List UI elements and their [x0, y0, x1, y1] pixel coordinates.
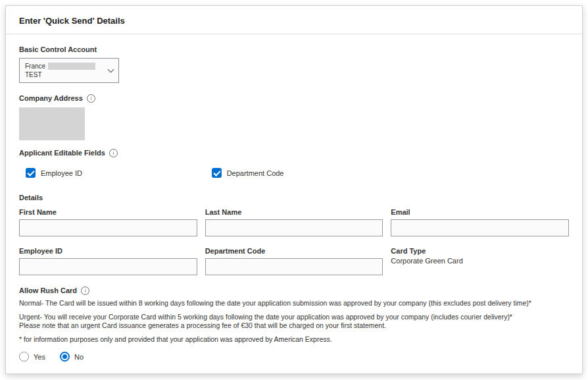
- email-label: Email: [391, 207, 410, 217]
- details-grid: First Name Last Name Email Employee ID D…: [19, 205, 569, 275]
- rush-urgent-text: Urgent- You will receive your Corporate …: [19, 313, 558, 330]
- radio-selected-icon[interactable]: [60, 352, 70, 362]
- checkbox-label: Department Code: [227, 169, 284, 177]
- card-type-cell: Card Type Corporate Green Card: [391, 244, 569, 275]
- rush-urgent-line1: Urgent- You will receive your Corporate …: [19, 313, 558, 321]
- redacted-block: [48, 63, 95, 70]
- email-input[interactable]: [391, 219, 569, 236]
- select-value-line2: TEST: [25, 70, 106, 79]
- last-name-cell: Last Name: [205, 205, 383, 236]
- first-name-cell: First Name: [19, 205, 197, 236]
- radio-yes-label: Yes: [34, 353, 45, 361]
- employee-id-label: Employee ID: [19, 246, 62, 256]
- checkbox-label: Employee ID: [41, 169, 82, 177]
- radio-yes[interactable]: Yes: [19, 352, 45, 362]
- company-address-redacted-block: [19, 107, 85, 140]
- department-code-input[interactable]: [205, 258, 383, 275]
- radio-unselected-icon[interactable]: [19, 352, 29, 362]
- last-name-label: Last Name: [205, 207, 242, 217]
- company-address-section: Company Address i: [19, 94, 569, 140]
- rush-urgent-line2: Please note that an urgent Card issuance…: [19, 321, 558, 330]
- checkbox-row: Employee ID Department Code: [19, 168, 569, 178]
- basic-control-account-section: Basic Control Account France TEST: [19, 43, 569, 83]
- info-icon[interactable]: i: [81, 286, 89, 295]
- basic-control-account-label: Basic Control Account: [19, 45, 97, 54]
- quick-send-form-card: Enter 'Quick Send' Details Basic Control…: [5, 5, 583, 374]
- radio-no[interactable]: No: [60, 352, 84, 362]
- checkbox-department-code[interactable]: Department Code: [205, 168, 383, 178]
- card-type-value: Corporate Green Card: [391, 256, 569, 265]
- radio-no-label: No: [74, 353, 84, 361]
- basic-control-account-select[interactable]: France TEST: [19, 58, 119, 83]
- page-title: Enter 'Quick Send' Details: [19, 16, 569, 26]
- info-icon[interactable]: i: [87, 94, 95, 103]
- form-header: Enter 'Quick Send' Details: [6, 6, 582, 34]
- basic-control-account-value: France TEST: [25, 62, 106, 79]
- checkbox-checked-icon[interactable]: [212, 168, 222, 178]
- department-code-label: Department Code: [205, 246, 266, 256]
- rush-card-section: Allow Rush Card i Normal- The Card will …: [19, 286, 569, 362]
- applicant-editable-fields-section: Applicant Editable Fields i Employee ID …: [19, 148, 569, 178]
- applicant-editable-fields-label: Applicant Editable Fields: [19, 148, 105, 157]
- rush-card-radio-group: Yes No: [19, 352, 569, 362]
- allow-rush-card-label: Allow Rush Card: [19, 286, 77, 295]
- info-icon[interactable]: i: [109, 149, 118, 157]
- checkbox-employee-id[interactable]: Employee ID: [19, 168, 197, 178]
- chevron-down-icon: [108, 67, 114, 73]
- employee-id-input[interactable]: [19, 258, 197, 275]
- company-address-label: Company Address: [19, 94, 83, 103]
- first-name-input[interactable]: [19, 219, 197, 236]
- form-body: Basic Control Account France TEST Compan…: [6, 34, 582, 374]
- select-value-line1: France: [25, 62, 45, 70]
- details-title: Details: [19, 194, 569, 202]
- last-name-input[interactable]: [205, 219, 383, 236]
- email-cell: Email: [391, 205, 569, 236]
- department-code-cell: Department Code: [205, 244, 383, 275]
- first-name-label: First Name: [19, 207, 57, 217]
- employee-id-cell: Employee ID: [19, 244, 197, 275]
- rush-footnote: * for information purposes only and prov…: [19, 335, 558, 344]
- details-section: Details First Name Last Name Email Emplo…: [19, 194, 569, 275]
- card-type-label: Card Type: [391, 246, 426, 256]
- checkbox-checked-icon[interactable]: [26, 168, 36, 178]
- rush-normal-text: Normal- The Card will be issued within 8…: [19, 299, 558, 308]
